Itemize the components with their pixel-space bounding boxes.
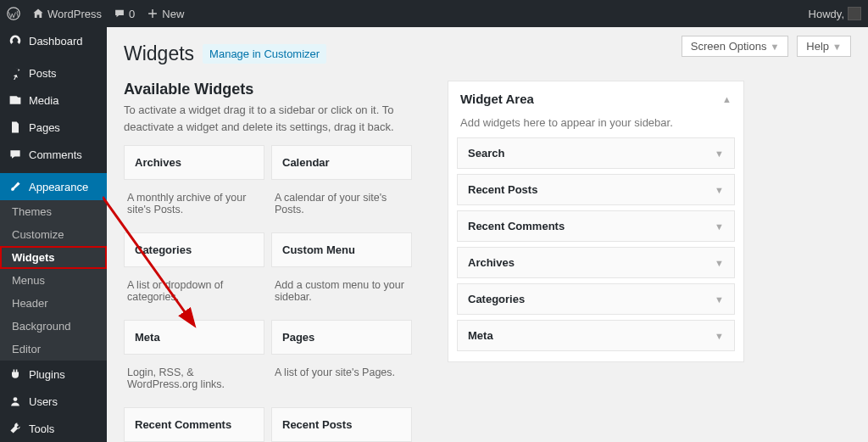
widget-area-header[interactable]: Widget Area ▲ (448, 81, 743, 116)
menu-pages[interactable]: Pages (0, 114, 107, 141)
widget-area-list: Search▼Recent Posts▼Recent Comments▼Arch… (448, 137, 743, 361)
sub-customize[interactable]: Customize (0, 223, 107, 246)
howdy-link[interactable]: Howdy, (809, 7, 861, 20)
widget-area-panel: Widget Area ▲ Add widgets here to appear… (448, 81, 744, 362)
available-widget-title[interactable]: Recent Comments (124, 407, 264, 442)
screen-options-button[interactable]: Screen Options▼ (682, 36, 789, 57)
widget-area-title: Widget Area (460, 92, 534, 106)
site-name-link[interactable]: WordPress (32, 8, 102, 20)
available-widgets-help: To activate a widget drag it to a sideba… (124, 102, 412, 135)
admin-bar: WordPress 0 New Howdy, (0, 0, 868, 27)
available-widget-title[interactable]: Custom Menu (271, 232, 412, 267)
comment-icon (114, 8, 125, 20)
wp-logo[interactable] (7, 7, 20, 20)
sub-background[interactable]: Background (0, 315, 107, 338)
menu-label: Comments (29, 148, 82, 161)
comments-icon (8, 148, 22, 161)
menu-plugins[interactable]: Plugins (0, 361, 107, 388)
caret-up-icon: ▲ (722, 94, 732, 104)
admin-sidebar: Dashboard Posts Media Pages Comments App… (0, 27, 107, 442)
caret-down-icon: ▼ (715, 185, 724, 195)
caret-down-icon: ▼ (770, 42, 779, 52)
sub-header[interactable]: Header (0, 292, 107, 315)
widget-area-item[interactable]: Meta▼ (457, 320, 735, 351)
sub-themes[interactable]: Themes (0, 200, 107, 223)
caret-down-icon: ▼ (715, 331, 724, 341)
sub-menus[interactable]: Menus (0, 269, 107, 292)
available-widget-desc: A calendar of your site's Posts. (271, 188, 412, 224)
menu-label: Appearance (29, 181, 88, 193)
avatar (848, 7, 861, 20)
menu-label: Plugins (29, 368, 65, 381)
available-widget-desc: Add a custom menu to your sidebar. (271, 276, 412, 311)
menu-dashboard[interactable]: Dashboard (0, 27, 107, 54)
tools-icon (8, 422, 22, 435)
widget-area-hint: Add widgets here to appear in your sideb… (448, 116, 743, 137)
available-widget-desc: A list of your site's Pages. (271, 363, 412, 399)
widget-area-item[interactable]: Recent Posts▼ (457, 174, 735, 205)
users-icon (8, 394, 22, 408)
submenu-appearance: Themes Customize Widgets Menus Header Ba… (0, 200, 107, 361)
manage-in-customizer-link[interactable]: Manage in Customizer (203, 44, 326, 64)
available-widget-title[interactable]: Calendar (271, 145, 412, 180)
menu-appearance[interactable]: Appearance (0, 173, 107, 200)
pages-icon (8, 120, 22, 134)
new-label: New (162, 8, 184, 20)
menu-label: Users (29, 395, 58, 408)
available-widget-title[interactable]: Archives (124, 145, 264, 180)
site-name: WordPress (47, 8, 102, 20)
screen-options-label: Screen Options (691, 40, 767, 53)
available-widget-desc: Login, RSS, & WordPress.org links. (124, 363, 264, 399)
main-content: Screen Options▼ Help▼ Widgets Manage in … (107, 27, 868, 442)
widget-area-item-label: Archives (468, 256, 515, 269)
widget-area-item[interactable]: Archives▼ (457, 247, 735, 278)
brush-icon (8, 180, 22, 193)
menu-label: Posts (29, 67, 57, 80)
howdy-label: Howdy, (809, 8, 844, 20)
menu-label: Dashboard (29, 35, 83, 48)
caret-down-icon: ▼ (715, 148, 724, 159)
svg-point-1 (14, 397, 18, 401)
available-widgets-title: Available Widgets (124, 81, 412, 98)
home-icon (32, 8, 44, 20)
available-widget-title[interactable]: Meta (124, 320, 264, 355)
widget-area-item[interactable]: Categories▼ (457, 283, 735, 315)
comments-link[interactable]: 0 (114, 8, 135, 20)
menu-label: Tools (29, 422, 54, 435)
caret-down-icon: ▼ (715, 294, 724, 305)
plugin-icon (8, 367, 22, 381)
available-widget-title[interactable]: Pages (271, 320, 412, 355)
widget-area-item-label: Search (468, 147, 504, 159)
menu-label: Pages (29, 121, 60, 134)
menu-tools[interactable]: Tools (0, 415, 107, 442)
dashboard-icon (8, 34, 22, 48)
widget-area-item-label: Meta (468, 329, 493, 342)
widget-area-item-label: Recent Comments (468, 220, 565, 232)
widget-area-item[interactable]: Search▼ (457, 137, 735, 169)
new-content-link[interactable]: New (147, 8, 184, 20)
available-widget-desc: A list or dropdown of categories. (124, 276, 264, 311)
available-widget-title[interactable]: Categories (124, 232, 264, 267)
caret-down-icon: ▼ (715, 221, 724, 232)
available-widget-title[interactable]: Recent Posts (271, 407, 412, 442)
menu-comments[interactable]: Comments (0, 141, 107, 168)
menu-label: Media (29, 94, 58, 107)
widget-area-item-label: Categories (468, 293, 525, 305)
widget-area-item-label: Recent Posts (468, 183, 537, 196)
help-label: Help (806, 40, 829, 53)
sub-editor[interactable]: Editor (0, 338, 107, 361)
widget-area-item[interactable]: Recent Comments▼ (457, 210, 735, 242)
menu-posts[interactable]: Posts (0, 59, 107, 87)
comments-count: 0 (129, 8, 135, 20)
caret-down-icon: ▼ (832, 42, 842, 52)
available-widgets-grid: ArchivesCalendarA monthly archive of you… (124, 145, 412, 442)
pin-icon (8, 66, 22, 80)
menu-users[interactable]: Users (0, 388, 107, 415)
sub-widgets[interactable]: Widgets (0, 246, 107, 269)
menu-media[interactable]: Media (0, 87, 107, 114)
plus-icon (147, 8, 159, 20)
available-widgets-panel: Available Widgets To activate a widget d… (124, 81, 412, 442)
media-icon (8, 93, 22, 107)
help-button[interactable]: Help▼ (797, 36, 851, 57)
page-title: Widgets (124, 42, 194, 65)
